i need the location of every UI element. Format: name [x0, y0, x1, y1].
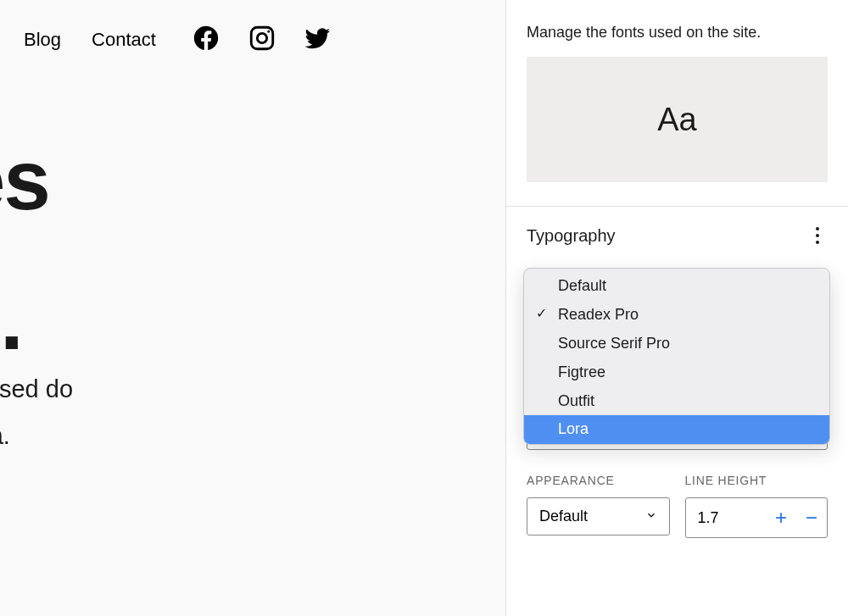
body-line-1: scing elit, sed do: [0, 366, 73, 413]
chevron-down-icon: [645, 508, 657, 525]
appearance-select[interactable]: Default: [527, 497, 670, 536]
font-option-default[interactable]: Default: [524, 269, 829, 301]
body-line-2: gna aliqua.: [0, 413, 73, 459]
lineheight-increment-button[interactable]: +: [766, 498, 796, 537]
hero-body: scing elit, sed do gna aliqua.: [0, 366, 73, 459]
more-options-icon[interactable]: [807, 225, 828, 246]
twitter-icon[interactable]: [304, 24, 332, 56]
settings-sidebar: Manage the fonts used on the site. Aa Ty…: [505, 0, 848, 616]
typography-heading: Typography: [527, 226, 616, 246]
nav-link-contact[interactable]: Contact: [92, 29, 156, 51]
nav-link-blog[interactable]: Blog: [24, 29, 61, 51]
appearance-label: APPEARANCE: [527, 474, 670, 487]
font-preview-box[interactable]: Aa: [527, 57, 828, 182]
lineheight-decrement-button[interactable]: −: [796, 498, 827, 537]
svg-rect-0: [251, 27, 273, 49]
font-family-dropdown[interactable]: Default Readex Pro Source Serif Pro Figt…: [523, 268, 830, 445]
lineheight-value: 1.7: [686, 509, 767, 527]
svg-point-2: [267, 31, 270, 33]
font-option-figtree[interactable]: Figtree: [524, 358, 829, 387]
hero-title: sites: [0, 136, 49, 225]
font-preview-text: Aa: [657, 102, 696, 138]
lineheight-stepper[interactable]: 1.7 + −: [685, 497, 828, 538]
facebook-icon[interactable]: [192, 24, 220, 56]
site-preview: Blog Contact sites . scing elit, sed do …: [0, 0, 505, 616]
instagram-icon[interactable]: [248, 24, 276, 56]
font-option-readex-pro[interactable]: Readex Pro: [524, 301, 829, 330]
svg-point-1: [257, 33, 266, 42]
font-option-lora[interactable]: Lora: [524, 415, 829, 444]
font-option-outfit[interactable]: Outfit: [524, 387, 829, 416]
fonts-description: Manage the fonts used on the site.: [506, 0, 848, 57]
font-option-source-serif-pro[interactable]: Source Serif Pro: [524, 330, 829, 358]
appearance-value: Default: [539, 508, 588, 525]
preview-nav: Blog Contact: [0, 0, 505, 56]
lineheight-label: LINE HEIGHT: [685, 474, 828, 487]
hero-dot: .: [0, 271, 24, 369]
